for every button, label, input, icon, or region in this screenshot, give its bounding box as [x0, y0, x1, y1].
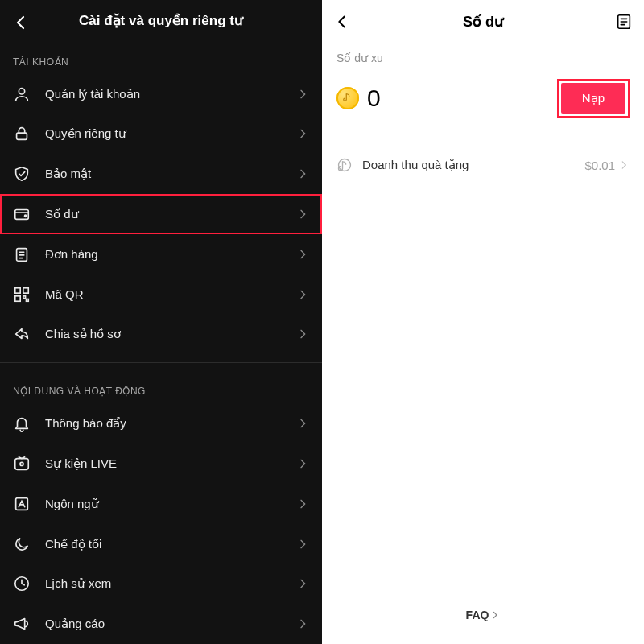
moon-icon: [13, 535, 31, 553]
chevron-right-icon: [296, 208, 309, 221]
person-icon: [13, 85, 31, 103]
svg-point-0: [19, 88, 24, 93]
settings-screen: Cài đặt và quyền riêng tư TÀI KHOẢN Quản…: [0, 0, 322, 644]
chevron-right-icon: [490, 610, 500, 620]
lock-icon: [13, 125, 31, 142]
svg-rect-1: [17, 133, 27, 139]
svg-rect-11: [15, 295, 20, 300]
gift-revenue-row[interactable]: Doanh thu quà tặng $0.01: [322, 142, 644, 188]
chevron-right-icon: [296, 167, 309, 180]
svg-rect-10: [23, 287, 28, 292]
share-icon: [13, 325, 31, 343]
divider: [0, 362, 322, 363]
svg-point-22: [339, 159, 351, 171]
svg-rect-13: [27, 299, 29, 301]
item-label: Quảng cáo: [45, 617, 296, 631]
coin-balance-label: Số dư xu: [322, 43, 644, 64]
balance-header: Số dư: [322, 0, 644, 43]
item-ads[interactable]: Quảng cáo: [0, 604, 322, 644]
transactions-icon[interactable]: [615, 13, 633, 31]
balance-row: 0 Nạp: [322, 64, 644, 142]
chevron-right-icon: [296, 288, 309, 301]
balance-title: Số dư: [463, 13, 503, 31]
item-label: Chia sẻ hồ sơ: [45, 327, 296, 341]
back-icon[interactable]: [11, 13, 31, 32]
qr-icon: [13, 286, 31, 303]
svg-rect-2: [15, 209, 29, 219]
chevron-right-icon: [296, 577, 309, 590]
svg-point-15: [20, 462, 23, 465]
item-label: Lịch sử xem: [45, 576, 296, 591]
item-balance[interactable]: Số dư: [0, 194, 322, 234]
balance-screen: Số dư Số dư xu 0 Nạp Doanh thu quà tặng …: [322, 0, 644, 644]
live-icon: [13, 455, 31, 473]
item-view-history[interactable]: Lịch sử xem: [0, 564, 322, 604]
item-share-profile[interactable]: Chia sẻ hồ sơ: [0, 314, 322, 354]
item-live-events[interactable]: Sự kiện LIVE: [0, 444, 322, 484]
chevron-right-icon: [296, 417, 309, 430]
chevron-right-icon: [296, 617, 309, 630]
chevron-right-icon: [296, 457, 309, 470]
item-push-notifications[interactable]: Thông báo đẩy: [0, 403, 322, 444]
faq-label: FAQ: [466, 609, 489, 621]
svg-rect-12: [23, 295, 26, 298]
gift-revenue-amount: $0.01: [584, 159, 615, 172]
bell-icon: [13, 415, 31, 432]
item-security[interactable]: Bảo mật: [0, 154, 322, 194]
item-orders[interactable]: Đơn hàng: [0, 234, 322, 275]
settings-header: Cài đặt và quyền riêng tư: [0, 0, 322, 42]
clipboard-icon: [13, 246, 31, 263]
settings-title: Cài đặt và quyền riêng tư: [79, 12, 243, 29]
balance-value: 0: [367, 85, 557, 112]
chevron-right-icon: [296, 248, 309, 261]
svg-point-4: [24, 215, 26, 217]
chevron-right-icon: [296, 497, 309, 510]
item-label: Quyền riêng tư: [45, 126, 296, 141]
item-label: Thông báo đẩy: [45, 416, 296, 431]
svg-rect-9: [15, 287, 20, 292]
wallet-icon: [13, 205, 31, 223]
chevron-right-icon: [296, 328, 309, 341]
item-label: Đơn hàng: [45, 247, 296, 262]
gift-icon: [336, 157, 353, 173]
chevron-right-icon: [296, 127, 309, 140]
coin-icon: [336, 87, 359, 109]
megaphone-icon: [13, 615, 31, 633]
item-label: Bảo mật: [45, 167, 296, 181]
chevron-right-icon: [296, 88, 309, 101]
item-privacy[interactable]: Quyền riêng tư: [0, 114, 322, 155]
language-icon: [13, 495, 31, 513]
section-label-account: TÀI KHOẢN: [0, 42, 322, 74]
item-label: Mã QR: [45, 287, 296, 301]
item-label: Ngôn ngữ: [45, 497, 296, 511]
item-label: Chế độ tối: [45, 537, 296, 551]
history-icon: [13, 575, 31, 592]
item-language[interactable]: Ngôn ngữ: [0, 484, 322, 524]
recharge-button[interactable]: Nạp: [561, 83, 625, 114]
back-icon[interactable]: [333, 13, 351, 31]
item-manage-account[interactable]: Quản lý tài khoản: [0, 74, 322, 114]
item-label: Quản lý tài khoản: [45, 87, 296, 101]
shield-icon: [13, 165, 31, 183]
item-qr[interactable]: Mã QR: [0, 275, 322, 315]
item-dark-mode[interactable]: Chế độ tối: [0, 524, 322, 564]
item-label: Số dư: [45, 207, 296, 221]
svg-rect-14: [15, 459, 29, 470]
faq-link[interactable]: FAQ: [322, 609, 644, 621]
chevron-right-icon: [296, 538, 309, 551]
gift-revenue-label: Doanh thu quà tặng: [362, 158, 584, 172]
section-label-content: NỘI DUNG VÀ HOẠT ĐỘNG: [0, 371, 322, 403]
item-label: Sự kiện LIVE: [45, 456, 296, 471]
chevron-right-icon: [618, 159, 630, 171]
recharge-highlight: Nạp: [557, 79, 630, 118]
